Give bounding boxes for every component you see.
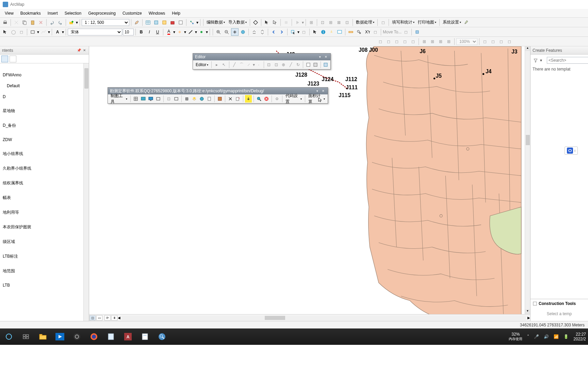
layer-item[interactable]: 地范围 — [0, 265, 89, 277]
grid-small-icon[interactable]: ⊞ — [183, 95, 190, 103]
search-input[interactable] — [547, 57, 588, 64]
import-data-button[interactable]: 导入数据▾ — [227, 19, 248, 26]
layer-item[interactable]: D_备份 — [0, 120, 89, 132]
copy-icon[interactable] — [21, 19, 28, 26]
font-color-icon[interactable]: A — [165, 28, 173, 36]
python-icon[interactable] — [177, 19, 184, 26]
font-size-input[interactable] — [123, 29, 134, 35]
pin-icon[interactable]: 📌 — [77, 48, 81, 53]
wifi-icon[interactable]: 📶 — [554, 334, 559, 339]
data-process-button[interactable]: 数据处理▾ — [355, 19, 376, 26]
map-vscrollbar[interactable]: ▲ ▼ — [525, 46, 530, 314]
add-data-icon[interactable] — [68, 19, 75, 26]
start-button[interactable] — [2, 331, 16, 343]
attributes-icon[interactable] — [305, 61, 311, 68]
layer-item[interactable]: ZDW — [0, 134, 89, 145]
arcmap-icon[interactable] — [155, 331, 169, 343]
menu-selection[interactable]: Selection — [61, 10, 85, 17]
zoom-out-icon[interactable] — [223, 28, 230, 36]
zoom-fixed-out-icon[interactable] — [259, 28, 266, 36]
dropdown-arrow-icon[interactable]: ▾ — [184, 30, 186, 34]
grid-icon[interactable] — [132, 95, 139, 103]
underline-icon[interactable]: U — [154, 28, 161, 36]
next-extent-icon[interactable] — [278, 28, 285, 36]
dropdown-arrow-icon[interactable]: ▾ — [317, 55, 322, 59]
undo-icon[interactable] — [48, 19, 56, 26]
down-arrow-icon[interactable] — [245, 95, 252, 103]
layer-item[interactable]: 地利用等 — [0, 206, 89, 218]
dropdown-arrow-icon[interactable]: ▾ — [62, 30, 64, 34]
pause-icon[interactable]: ⏸ — [111, 315, 117, 321]
pointer-icon[interactable] — [271, 19, 279, 26]
map-hscrollbar[interactable] — [122, 316, 526, 320]
dropdown-arrow-icon[interactable]: ▾ — [173, 30, 175, 34]
map-canvas[interactable]: J6 J3 J5 J4 J08 J00 J42 J128 J123 J124 J… — [89, 46, 530, 321]
font-select[interactable]: 宋体 — [68, 29, 122, 35]
dropdown-arrow-icon[interactable]: ▾ — [196, 20, 198, 25]
close-icon[interactable]: ✕ — [321, 89, 326, 93]
dropdown-arrow-icon[interactable]: ▾ — [206, 30, 208, 34]
magnify-globe-icon[interactable] — [256, 95, 262, 103]
link-icon[interactable] — [274, 95, 280, 103]
table-icon[interactable] — [144, 19, 152, 26]
layer-item[interactable]: DFWAnno — [0, 70, 89, 80]
select-features-icon[interactable] — [289, 28, 297, 36]
firefox-icon[interactable] — [87, 331, 101, 343]
toolbox-icon[interactable] — [169, 19, 176, 26]
editor-menu-button[interactable]: Editor▾ — [194, 61, 210, 68]
menu-view[interactable]: View — [1, 10, 17, 17]
layer-item[interactable]: 久勘界小组界线 — [0, 163, 89, 174]
paste-icon[interactable] — [29, 19, 36, 26]
fill-color-icon[interactable] — [176, 28, 183, 36]
bold-icon[interactable]: B — [137, 28, 145, 36]
marker-color-icon[interactable] — [198, 28, 205, 36]
world-icon[interactable] — [198, 95, 205, 103]
dropdown-arrow-icon[interactable]: ▾ — [297, 30, 299, 34]
cross-icon[interactable] — [227, 95, 234, 103]
screen-icon[interactable] — [140, 95, 147, 103]
zoom-in-icon[interactable] — [215, 28, 222, 36]
measure-icon[interactable] — [347, 28, 355, 36]
layer-item[interactable]: 组权属界线 — [0, 177, 89, 189]
dropdown-arrow-icon[interactable]: ▾ — [48, 30, 50, 34]
layout-zoom-select[interactable]: 100% — [456, 38, 477, 45]
find-icon[interactable] — [355, 28, 363, 36]
layer-item[interactable]: 地小组界线 — [0, 148, 89, 160]
menu-help[interactable]: Help — [168, 10, 184, 17]
battery-icon[interactable]: 🔋 — [564, 334, 569, 339]
editor-toolbar[interactable]: Editor ▾ ✕ Editor▾ ▸ ↖ ╱ ⌒ ⟋ ▾ · ⊡ ⊡ — [193, 53, 331, 70]
search-window-icon[interactable] — [161, 19, 168, 26]
ime-badge[interactable]: Ѻ ⁞ — [565, 147, 578, 155]
tray-up-icon[interactable]: ˄ — [527, 334, 529, 339]
stop-icon[interactable] — [263, 95, 270, 103]
diamond-icon[interactable] — [252, 19, 259, 26]
editor-toolbar-icon[interactable] — [133, 19, 141, 26]
goto-xy-icon[interactable]: XY — [363, 28, 371, 36]
explorer-icon[interactable] — [36, 331, 50, 343]
layer-item[interactable]: LTB — [0, 280, 89, 291]
identify-icon[interactable]: i — [320, 28, 327, 36]
toc-scrollbar[interactable] — [83, 63, 89, 321]
close-icon[interactable]: ✕ — [324, 55, 328, 59]
close-icon[interactable]: ✕ — [82, 48, 87, 53]
layout-view-tab[interactable]: ▭ — [96, 315, 102, 321]
layer-item[interactable]: D — [0, 91, 89, 102]
dropdown-arrow-icon[interactable]: ▾ — [195, 30, 197, 34]
refresh-icon[interactable]: ⟳ — [104, 315, 111, 321]
dropdown-arrow-icon[interactable]: ▾ — [540, 58, 542, 63]
clock[interactable]: 22:27 2022/2 — [573, 332, 586, 342]
edit-data-button[interactable]: 编辑数据▾ — [205, 19, 226, 26]
full-extent-icon[interactable] — [239, 28, 247, 36]
obs-icon[interactable] — [70, 331, 84, 343]
menu-windows[interactable]: Windows — [145, 10, 169, 17]
access-icon[interactable]: A — [121, 331, 135, 343]
dropdown-arrow-icon[interactable]: ▾ — [37, 30, 39, 34]
copy-doc-icon[interactable] — [206, 95, 213, 103]
monitor-icon[interactable] — [147, 95, 154, 103]
italic-icon[interactable]: I — [146, 28, 153, 36]
notepad-icon[interactable] — [104, 331, 118, 343]
custom-toolbar[interactable]: 勘测定界软件,联系QQ:276529800,版本号:3.0,路径:e:/ynkc… — [108, 87, 328, 104]
code-settings-button[interactable]: 代码设置▾ — [284, 95, 304, 103]
menu-geoprocessing[interactable]: Geoprocessing — [85, 10, 119, 17]
layer-item[interactable]: Default — [0, 80, 89, 91]
